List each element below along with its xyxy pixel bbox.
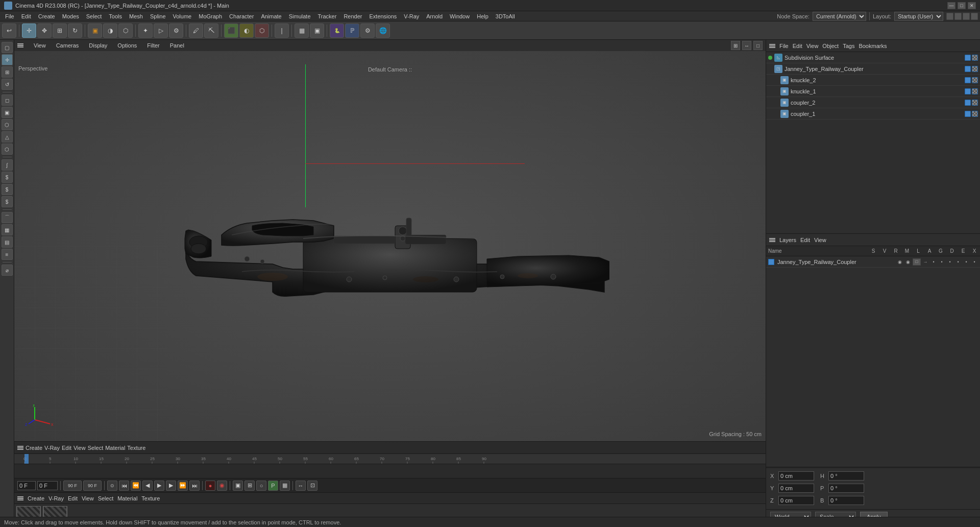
menu-tools[interactable]: Tools <box>106 12 125 20</box>
menu-vray[interactable]: V-Ray <box>401 12 422 20</box>
vp-zoom-btn[interactable]: ↔ <box>742 41 751 50</box>
layers-menu-view[interactable]: View <box>814 237 826 243</box>
om-dot-c2-1[interactable] <box>965 100 971 106</box>
timeline-view-btn4[interactable]: P <box>268 481 278 491</box>
frame-start-field[interactable] <box>17 481 36 490</box>
menu-spline[interactable]: Spline <box>147 12 169 20</box>
om-dot-j1[interactable] <box>965 66 971 72</box>
layers-menu-icon[interactable] <box>769 238 775 242</box>
point-mode-button[interactable]: ⬡ <box>118 23 133 38</box>
coord-h-field[interactable] <box>828 471 864 481</box>
menu-mograph[interactable]: MoGraph <box>195 12 225 20</box>
layer-arrow-icon[interactable]: → <box>922 258 929 266</box>
layer-dot5-icon[interactable]: • <box>963 258 970 266</box>
layer-v-icon[interactable]: ◉ <box>904 258 912 266</box>
menu-extensions[interactable]: Extensions <box>366 12 400 20</box>
lt-texture-btn[interactable]: ▤ <box>2 236 13 248</box>
lt-move-btn[interactable]: ✛ <box>2 54 13 65</box>
lt-scale-btn[interactable]: ⊞ <box>2 66 13 78</box>
menu-create[interactable]: Create <box>35 12 58 20</box>
om-row-knuckle-1[interactable]: ▣ knuckle_1 <box>766 86 980 97</box>
tl-menu-material[interactable]: Material <box>105 445 125 451</box>
scale-tool-button[interactable]: ⊞ <box>53 23 67 38</box>
layer-dot6-icon[interactable]: • <box>971 258 978 266</box>
lt-rotate-btn[interactable]: ↺ <box>2 79 13 90</box>
new-button[interactable]: ✦ <box>138 23 153 38</box>
om-menu-icon[interactable] <box>769 44 775 48</box>
om-row-janney-main[interactable]: ◳ Janney_Type_Railway_Coupler <box>766 63 980 75</box>
lt-cube-btn[interactable]: ▣ <box>2 107 13 118</box>
tl-menu-texture[interactable]: Texture <box>127 445 145 451</box>
menu-render[interactable]: Render <box>340 12 365 20</box>
om-menu-tags[interactable]: Tags <box>843 43 854 49</box>
om-menu-object[interactable]: Object <box>822 43 839 49</box>
undo-button[interactable]: ↩ <box>2 23 16 38</box>
layers-menu-layers[interactable]: Layers <box>779 237 796 243</box>
go-start-btn[interactable]: ⏮ <box>119 481 129 491</box>
move-tool-button[interactable]: ✥ <box>37 23 52 38</box>
menu-window[interactable]: Window <box>447 12 473 20</box>
lt-spline-btn[interactable]: ∫ <box>2 159 13 171</box>
prev-frame-btn[interactable]: ◀ <box>142 481 153 491</box>
layer-row-janney[interactable]: Janney_Type_Railway_Coupler ◉ ◉ □ → • • … <box>766 256 980 268</box>
object-button[interactable]: ⬛ <box>224 23 238 38</box>
coord-y-field[interactable] <box>778 484 814 493</box>
om-menu-bookmarks[interactable]: Bookmarks <box>859 43 887 49</box>
timeline-view-btn1[interactable]: ▣ <box>233 481 243 491</box>
menu-arnold[interactable]: Arnold <box>423 12 446 20</box>
lt-dollar-btn[interactable]: $ <box>2 172 13 183</box>
om-menu-edit[interactable]: Edit <box>793 43 802 49</box>
maximize-button[interactable]: □ <box>958 2 966 9</box>
nodespace-select[interactable]: Current (Arnold) <box>813 12 866 21</box>
internet-button[interactable]: 🌐 <box>376 23 390 38</box>
lt-cylinder-btn[interactable]: ⬡ <box>2 143 13 155</box>
menu-animate[interactable]: Animate <box>258 12 284 20</box>
sculpt-button[interactable]: ⛏ <box>204 23 218 38</box>
mat-menu-texture[interactable]: Texture <box>141 495 160 501</box>
play-btn[interactable]: ▶ <box>154 481 164 491</box>
lt-polygon-btn[interactable]: ◻ <box>2 94 13 106</box>
vp-fit-btn[interactable]: ⊞ <box>731 41 740 50</box>
lt-arc-btn[interactable]: ⌒ <box>2 212 13 223</box>
om-dot-c2-2[interactable] <box>972 100 978 106</box>
om-dot-c1-1[interactable] <box>965 111 971 117</box>
viewport-menu-display[interactable]: Display <box>87 42 109 49</box>
viewport-menu-filter[interactable]: Filter <box>145 42 161 49</box>
viewport-menu-icon[interactable] <box>17 43 23 47</box>
timeline-view-btn6[interactable]: ↔ <box>296 481 306 491</box>
minimize-button[interactable]: — <box>947 2 955 9</box>
menu-file[interactable]: File <box>2 12 17 20</box>
mat-menu-material[interactable]: Material <box>117 495 137 501</box>
layers-menu-edit[interactable]: Edit <box>800 237 810 243</box>
light-button[interactable]: ⬡ <box>255 23 269 38</box>
menu-3dtoall[interactable]: 3DToAll <box>493 12 518 20</box>
om-row-coupler-1[interactable]: ▣ coupler_1 <box>766 108 980 119</box>
lt-select-btn[interactable]: ▢ <box>2 42 13 53</box>
render-button[interactable]: ▦ <box>295 23 309 38</box>
lt-deformer-btn[interactable]: ⌀ <box>2 265 13 276</box>
plugin-button[interactable]: ⚙ <box>360 23 375 38</box>
vp-maximize-btn[interactable]: □ <box>753 41 763 50</box>
viewport-menu-panel[interactable]: Panel <box>168 42 186 49</box>
timeline-playhead[interactable] <box>24 454 29 464</box>
viewport-canvas[interactable]: Perspective Default Camera :: <box>14 51 766 441</box>
material-button[interactable]: ◐ <box>239 23 254 38</box>
select-tool-button[interactable]: ✛ <box>22 23 36 38</box>
layer-box-icon[interactable]: □ <box>913 258 921 266</box>
render2-button[interactable]: ▣ <box>310 23 324 38</box>
next-frame-btn[interactable]: ▶ <box>166 481 176 491</box>
coord-x-field[interactable] <box>778 471 814 481</box>
prev-key-btn[interactable]: ⏪ <box>131 481 141 491</box>
menu-simulate[interactable]: Simulate <box>286 12 314 20</box>
mat-menu-create[interactable]: Create <box>28 495 44 501</box>
render-settings-button[interactable]: ⚙ <box>169 23 183 38</box>
tl-menu-select[interactable]: Select <box>88 445 104 451</box>
next-key-btn[interactable]: ⏩ <box>178 481 188 491</box>
tl-menu-view[interactable]: View <box>74 445 86 451</box>
coord-b-field[interactable] <box>828 496 864 505</box>
timeline-menu-icon[interactable] <box>17 446 23 450</box>
om-dot-j2[interactable] <box>972 66 978 72</box>
lt-dollar3-btn[interactable]: $ <box>2 196 13 207</box>
layer-dot4-icon[interactable]: • <box>954 258 962 266</box>
timeline-view-btn7[interactable]: ⊡ <box>307 481 317 491</box>
